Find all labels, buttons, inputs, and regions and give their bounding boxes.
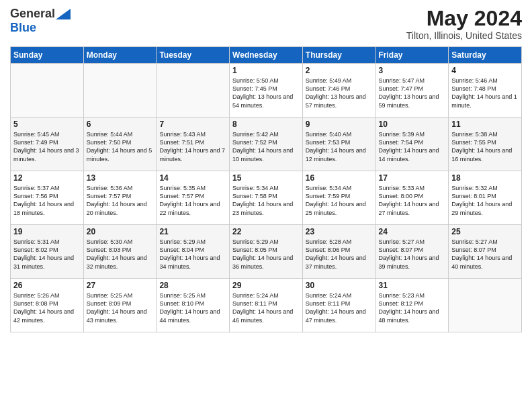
day-info: Sunrise: 5:40 AMSunset: 7:53 PMDaylight:… [306, 130, 373, 163]
day-number: 31 [379, 281, 446, 290]
day-number: 9 [306, 120, 373, 129]
calendar-week-row: 26Sunrise: 5:26 AMSunset: 8:08 PMDayligh… [11, 279, 522, 332]
table-row: 5Sunrise: 5:45 AMSunset: 7:49 PMDaylight… [11, 118, 84, 171]
calendar-week-row: 1Sunrise: 5:50 AMSunset: 7:45 PMDaylight… [11, 64, 522, 118]
table-row: 30Sunrise: 5:24 AMSunset: 8:11 PMDayligh… [302, 279, 375, 332]
day-number: 13 [87, 173, 154, 183]
day-info: Sunrise: 5:25 AMSunset: 8:10 PMDaylight:… [159, 291, 226, 324]
day-info: Sunrise: 5:24 AMSunset: 8:11 PMDaylight:… [306, 291, 373, 324]
calendar-week-row: 12Sunrise: 5:37 AMSunset: 7:56 PMDayligh… [11, 171, 522, 225]
table-row: 7Sunrise: 5:43 AMSunset: 7:51 PMDaylight… [157, 118, 230, 171]
day-number: 20 [87, 227, 154, 236]
table-row: 18Sunrise: 5:32 AMSunset: 8:01 PMDayligh… [449, 171, 522, 225]
day-info: Sunrise: 5:28 AMSunset: 8:06 PMDaylight:… [306, 238, 373, 271]
table-row: 8Sunrise: 5:42 AMSunset: 7:52 PMDaylight… [230, 118, 303, 171]
day-info: Sunrise: 5:47 AMSunset: 7:47 PMDaylight:… [379, 77, 446, 109]
col-saturday: Saturday [449, 47, 522, 64]
day-number: 1 [232, 66, 300, 75]
day-number: 30 [306, 281, 373, 290]
day-number: 12 [13, 173, 81, 183]
day-info: Sunrise: 5:29 AMSunset: 8:04 PMDaylight:… [159, 238, 226, 271]
table-row: 6Sunrise: 5:44 AMSunset: 7:50 PMDaylight… [83, 118, 157, 171]
day-info: Sunrise: 5:43 AMSunset: 7:51 PMDaylight:… [159, 130, 226, 163]
day-number: 15 [232, 173, 300, 183]
day-number: 25 [451, 227, 519, 236]
day-number: 11 [451, 120, 519, 129]
day-info: Sunrise: 5:39 AMSunset: 7:54 PMDaylight:… [379, 130, 446, 163]
day-number: 27 [87, 281, 154, 290]
day-info: Sunrise: 5:46 AMSunset: 7:48 PMDaylight:… [451, 77, 519, 109]
header: General Blue May 2024 Tilton, Illinois, … [10, 7, 522, 41]
day-info: Sunrise: 5:33 AMSunset: 8:00 PMDaylight:… [379, 184, 446, 217]
logo: General Blue [10, 7, 71, 35]
day-number: 21 [159, 227, 226, 236]
day-number: 5 [13, 120, 81, 129]
calendar-week-row: 5Sunrise: 5:45 AMSunset: 7:49 PMDaylight… [11, 118, 522, 171]
table-row: 25Sunrise: 5:27 AMSunset: 8:07 PMDayligh… [449, 225, 522, 279]
day-info: Sunrise: 5:44 AMSunset: 7:50 PMDaylight:… [87, 130, 154, 163]
calendar: Sunday Monday Tuesday Wednesday Thursday… [10, 46, 522, 332]
logo-general: General [10, 7, 55, 20]
day-number: 10 [379, 120, 446, 129]
table-row: 12Sunrise: 5:37 AMSunset: 7:56 PMDayligh… [11, 171, 84, 225]
day-number: 18 [451, 173, 519, 183]
day-number: 19 [13, 227, 81, 236]
day-info: Sunrise: 5:45 AMSunset: 7:49 PMDaylight:… [13, 130, 81, 163]
table-row [11, 64, 84, 118]
table-row: 31Sunrise: 5:23 AMSunset: 8:12 PMDayligh… [375, 279, 449, 332]
table-row: 26Sunrise: 5:26 AMSunset: 8:08 PMDayligh… [11, 279, 84, 332]
table-row: 21Sunrise: 5:29 AMSunset: 8:04 PMDayligh… [157, 225, 230, 279]
day-info: Sunrise: 5:23 AMSunset: 8:12 PMDaylight:… [379, 291, 446, 324]
day-number: 16 [306, 173, 373, 183]
table-row: 4Sunrise: 5:46 AMSunset: 7:48 PMDaylight… [449, 64, 522, 118]
table-row [83, 64, 157, 118]
logo-blue: Blue [10, 21, 36, 34]
col-tuesday: Tuesday [157, 47, 230, 64]
day-info: Sunrise: 5:27 AMSunset: 8:07 PMDaylight:… [379, 238, 446, 271]
col-thursday: Thursday [302, 47, 375, 64]
day-number: 29 [232, 281, 300, 290]
day-info: Sunrise: 5:32 AMSunset: 8:01 PMDaylight:… [451, 184, 519, 217]
table-row: 22Sunrise: 5:29 AMSunset: 8:05 PMDayligh… [230, 225, 303, 279]
table-row: 19Sunrise: 5:31 AMSunset: 8:02 PMDayligh… [11, 225, 84, 279]
day-info: Sunrise: 5:38 AMSunset: 7:55 PMDaylight:… [451, 130, 519, 163]
month-year: May 2024 [406, 7, 522, 30]
table-row: 2Sunrise: 5:49 AMSunset: 7:46 PMDaylight… [302, 64, 375, 118]
day-number: 6 [87, 120, 154, 129]
table-row: 24Sunrise: 5:27 AMSunset: 8:07 PMDayligh… [375, 225, 449, 279]
day-info: Sunrise: 5:49 AMSunset: 7:46 PMDaylight:… [306, 77, 373, 109]
table-row: 29Sunrise: 5:24 AMSunset: 8:11 PMDayligh… [230, 279, 303, 332]
day-number: 17 [379, 173, 446, 183]
day-number: 28 [159, 281, 226, 290]
day-number: 2 [306, 66, 373, 75]
day-info: Sunrise: 5:29 AMSunset: 8:05 PMDaylight:… [232, 238, 300, 271]
logo-icon [56, 9, 71, 19]
calendar-header-row: Sunday Monday Tuesday Wednesday Thursday… [11, 47, 522, 64]
table-row: 28Sunrise: 5:25 AMSunset: 8:10 PMDayligh… [157, 279, 230, 332]
table-row: 15Sunrise: 5:34 AMSunset: 7:58 PMDayligh… [230, 171, 303, 225]
location: Tilton, Illinois, United States [406, 30, 522, 41]
day-info: Sunrise: 5:31 AMSunset: 8:02 PMDaylight:… [13, 238, 81, 271]
logo-text: General Blue [10, 7, 71, 35]
table-row: 16Sunrise: 5:34 AMSunset: 7:59 PMDayligh… [302, 171, 375, 225]
day-info: Sunrise: 5:27 AMSunset: 8:07 PMDaylight:… [451, 238, 519, 271]
day-info: Sunrise: 5:34 AMSunset: 7:59 PMDaylight:… [306, 184, 373, 217]
day-info: Sunrise: 5:50 AMSunset: 7:45 PMDaylight:… [232, 77, 300, 109]
table-row: 27Sunrise: 5:25 AMSunset: 8:09 PMDayligh… [83, 279, 157, 332]
day-info: Sunrise: 5:36 AMSunset: 7:57 PMDaylight:… [87, 184, 154, 217]
table-row: 3Sunrise: 5:47 AMSunset: 7:47 PMDaylight… [375, 64, 449, 118]
table-row: 11Sunrise: 5:38 AMSunset: 7:55 PMDayligh… [449, 118, 522, 171]
day-info: Sunrise: 5:24 AMSunset: 8:11 PMDaylight:… [232, 291, 300, 324]
table-row [449, 279, 522, 332]
col-monday: Monday [83, 47, 157, 64]
table-row: 13Sunrise: 5:36 AMSunset: 7:57 PMDayligh… [83, 171, 157, 225]
day-info: Sunrise: 5:34 AMSunset: 7:58 PMDaylight:… [232, 184, 300, 217]
col-friday: Friday [375, 47, 449, 64]
day-number: 24 [379, 227, 446, 236]
table-row: 14Sunrise: 5:35 AMSunset: 7:57 PMDayligh… [157, 171, 230, 225]
table-row [157, 64, 230, 118]
table-row: 9Sunrise: 5:40 AMSunset: 7:53 PMDaylight… [302, 118, 375, 171]
day-info: Sunrise: 5:35 AMSunset: 7:57 PMDaylight:… [159, 184, 226, 217]
table-row: 20Sunrise: 5:30 AMSunset: 8:03 PMDayligh… [83, 225, 157, 279]
day-info: Sunrise: 5:37 AMSunset: 7:56 PMDaylight:… [13, 184, 81, 217]
